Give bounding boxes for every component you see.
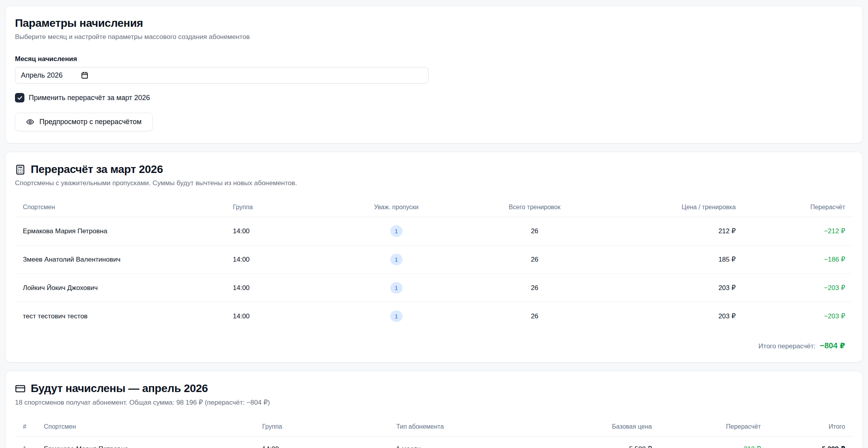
calculator-icon (15, 164, 26, 175)
accrual-table-header-row: # Спортсмен Группа Тип абонемента Базова… (15, 418, 853, 437)
col-base-price: Базовая цена (539, 418, 652, 437)
group-cell: 14:00 (233, 302, 333, 331)
recalc-table: Спортсмен Группа Уваж. пропуски Всего тр… (15, 199, 853, 330)
table-row: тест тестович тестов 14:00 1 26 203 ₽ −2… (15, 302, 853, 331)
excused-misses-cell: 1 (334, 274, 459, 302)
total-trainings-cell: 26 (459, 217, 610, 245)
recalc-total-value: −804 ₽ (820, 341, 845, 350)
recalc-total-label: Итого перерасчёт: (759, 342, 816, 350)
group-cell: 14:00 (233, 245, 333, 274)
row-number-cell: 1 (15, 437, 36, 448)
misses-badge: 1 (390, 254, 402, 265)
misses-badge: 1 (390, 225, 402, 237)
params-card-subtitle: Выберите месяц и настройте параметры мас… (15, 33, 853, 41)
table-row: Ермакова Мария Петровна 14:00 1 26 212 ₽… (15, 217, 853, 245)
athlete-name-cell: Лойкич Йокич Джохович (15, 274, 233, 302)
excused-misses-cell: 1 (334, 245, 459, 274)
misses-badge: 1 (390, 310, 402, 322)
subscription-type-cell: 1 месяц (396, 437, 539, 448)
credit-card-icon (15, 383, 26, 394)
col-price-per-training: Цена / тренировка (610, 199, 736, 217)
excused-misses-cell: 1 (334, 302, 459, 331)
eye-icon (26, 118, 34, 126)
recalc-cell: −212 ₽ (652, 437, 761, 448)
preview-recalc-button-label: Предпросмотр с перерасчётом (39, 118, 142, 126)
col-subscription-type: Тип абонемента (396, 418, 539, 437)
base-price-cell: 5 500 ₽ (539, 437, 652, 448)
price-cell: 185 ₽ (610, 245, 736, 274)
total-trainings-cell: 26 (459, 245, 610, 274)
accrual-table: # Спортсмен Группа Тип абонемента Базова… (15, 418, 853, 448)
misses-badge: 1 (390, 282, 402, 294)
preview-recalc-button[interactable]: Предпросмотр с перерасчётом (15, 113, 153, 131)
accrual-params-card: Параметры начисления Выберите месяц и на… (5, 6, 863, 143)
recalc-total-row: Итого перерасчёт: −804 ₽ (15, 341, 853, 350)
athlete-name-cell: тест тестович тестов (15, 302, 233, 331)
col-total: Итого (761, 418, 853, 437)
accrual-card-title-text: Будут начислены — апрель 2026 (31, 382, 208, 395)
col-group: Группа (233, 199, 333, 217)
recalc-cell: −186 ₽ (736, 245, 853, 274)
recalc-cell: −203 ₽ (736, 274, 853, 302)
check-icon (17, 95, 23, 101)
price-cell: 212 ₽ (610, 217, 736, 245)
recalc-cell: −212 ₽ (736, 217, 853, 245)
col-athlete: Спортсмен (15, 199, 233, 217)
recalc-table-header-row: Спортсмен Группа Уваж. пропуски Всего тр… (15, 199, 853, 217)
recalc-card: Перерасчёт за март 2026 Спортсмены с ува… (5, 152, 863, 362)
price-cell: 203 ₽ (610, 274, 736, 302)
col-excused-misses: Уваж. пропуски (334, 199, 459, 217)
recalc-card-title: Перерасчёт за март 2026 (15, 163, 853, 176)
total-cell: 5 288 ₽ (761, 437, 853, 448)
recalc-card-title-text: Перерасчёт за март 2026 (31, 163, 163, 176)
params-card-title: Параметры начисления (15, 17, 853, 30)
athlete-name-cell: Змеев Анатолий Валентинович (15, 245, 233, 274)
accrual-card: Будут начислены — апрель 2026 18 спортсм… (5, 371, 863, 448)
apply-recalc-checkbox[interactable] (15, 93, 24, 102)
accrual-card-title: Будут начислены — апрель 2026 (15, 382, 853, 395)
page: Параметры начисления Выберите месяц и на… (0, 0, 868, 448)
col-recalc: Перерасчёт (652, 418, 761, 437)
col-athlete: Спортсмен (36, 418, 262, 437)
calendar-icon[interactable] (81, 71, 89, 79)
col-recalc: Перерасчёт (736, 199, 853, 217)
total-trainings-cell: 26 (459, 274, 610, 302)
price-cell: 203 ₽ (610, 302, 736, 331)
apply-recalc-label[interactable]: Применить перерасчёт за март 2026 (29, 94, 150, 102)
table-row: Лойкич Йокич Джохович 14:00 1 26 203 ₽ −… (15, 274, 853, 302)
apply-recalc-row: Применить перерасчёт за март 2026 (15, 93, 853, 102)
month-input[interactable]: Апрель 2026 (15, 67, 428, 84)
accrual-card-subtitle: 18 спортсменов получат абонемент. Общая … (15, 398, 853, 407)
group-cell: 14:00 (233, 274, 333, 302)
athlete-name-cell: Ермакова Мария Петровна (15, 217, 233, 245)
month-input-value: Апрель 2026 (21, 71, 63, 80)
table-row: 1 Ермакова Мария Петровна 14:00 1 месяц … (15, 437, 853, 448)
group-cell: 14:00 (262, 437, 396, 448)
col-number: # (15, 418, 36, 437)
recalc-cell: −203 ₽ (736, 302, 853, 331)
athlete-name-cell: Ермакова Мария Петровна (36, 437, 262, 448)
recalc-card-subtitle: Спортсмены с уважительными пропусками. С… (15, 179, 853, 187)
group-cell: 14:00 (233, 217, 333, 245)
month-field-label: Месяц начисления (15, 55, 853, 63)
table-row: Змеев Анатолий Валентинович 14:00 1 26 1… (15, 245, 853, 274)
col-group: Группа (262, 418, 396, 437)
col-total-trainings: Всего тренировок (459, 199, 610, 217)
excused-misses-cell: 1 (334, 217, 459, 245)
total-trainings-cell: 26 (459, 302, 610, 331)
